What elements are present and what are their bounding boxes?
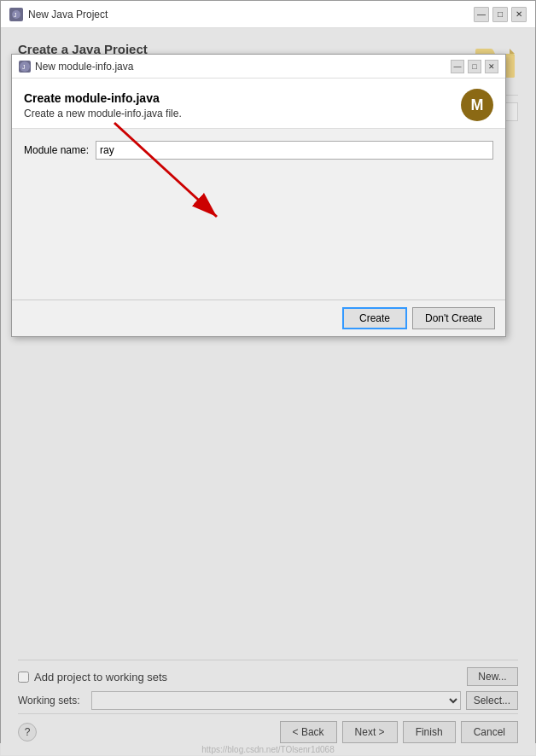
- modal-icon: J: [19, 61, 31, 73]
- close-button[interactable]: ✕: [511, 7, 527, 22]
- dont-create-button[interactable]: Don't Create: [412, 307, 495, 329]
- outer-titlebar: J New Java Project — □ ✕: [1, 1, 535, 28]
- modal-dialog: J New module-info.java — □ ✕ Create modu: [11, 54, 506, 337]
- outer-window: J New Java Project — □ ✕ Create a Java P…: [0, 0, 536, 756]
- module-name-row: Module name:: [24, 141, 493, 160]
- svg-text:J: J: [22, 64, 26, 70]
- modal-overlay: J New module-info.java — □ ✕ Create modu: [1, 28, 535, 755]
- svg-line-10: [114, 123, 217, 217]
- module-name-input[interactable]: [96, 141, 493, 160]
- modal-body: Module name:: [12, 129, 505, 299]
- outer-titlebar-left: J New Java Project: [9, 8, 108, 21]
- modal-description: Create a new module-info.java file.: [24, 108, 182, 119]
- modal-header-text: Create module-info.java Create a new mod…: [24, 91, 182, 119]
- modal-controls: — □ ✕: [451, 60, 498, 73]
- titlebar-controls: — □ ✕: [474, 7, 527, 22]
- arrow-annotation: [46, 106, 302, 276]
- outer-window-title: New Java Project: [28, 9, 108, 20]
- modal-footer: Create Don't Create: [12, 299, 505, 336]
- module-name-label: Module name:: [24, 144, 89, 156]
- create-button[interactable]: Create: [342, 307, 407, 329]
- svg-text:J: J: [14, 12, 17, 18]
- java-project-icon: J: [9, 8, 23, 21]
- modal-titlebar: J New module-info.java — □ ✕: [12, 55, 505, 79]
- modal-heading: Create module-info.java: [24, 91, 182, 105]
- modal-header: Create module-info.java Create a new mod…: [12, 79, 505, 129]
- maximize-button[interactable]: □: [492, 7, 508, 22]
- module-icon: M: [461, 89, 493, 121]
- minimize-button[interactable]: —: [474, 7, 489, 22]
- modal-close-button[interactable]: ✕: [485, 60, 498, 73]
- modal-titlebar-left: J New module-info.java: [19, 61, 133, 73]
- modal-maximize-button[interactable]: □: [468, 60, 481, 73]
- modal-title: New module-info.java: [35, 61, 133, 73]
- modal-minimize-button[interactable]: —: [451, 60, 464, 73]
- outer-content: Create a Java Project Create a Java proj…: [1, 28, 535, 755]
